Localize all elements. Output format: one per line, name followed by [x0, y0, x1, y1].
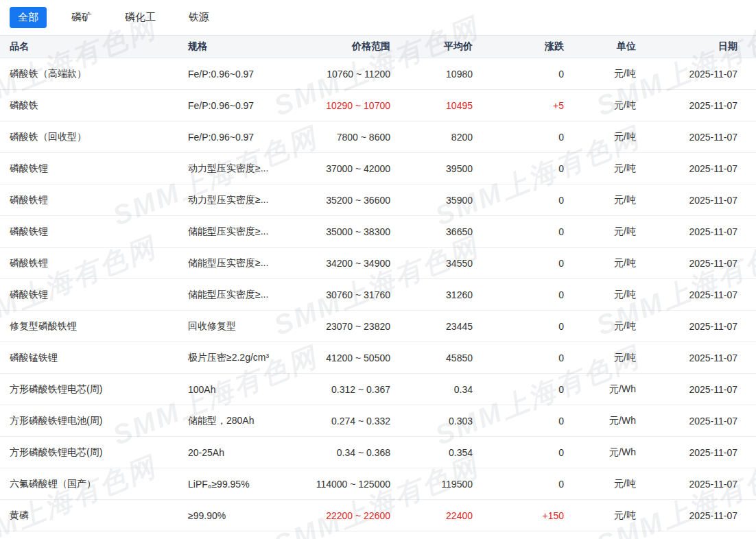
cell-change: +150: [473, 500, 564, 531]
cell-change: 0: [473, 58, 564, 90]
table-row[interactable]: 六氟磷酸锂（国产）LiPF₆≥99.95%114000 ~ 1250001195…: [0, 468, 756, 500]
cell-unit: 元/吨: [564, 279, 636, 311]
cell-unit: 元/吨: [564, 342, 636, 374]
column-header-unit: 单位: [564, 36, 636, 58]
cell-name: 方形磷酸铁锂电芯(周): [0, 437, 188, 468]
cell-date: 2025-11-07: [636, 248, 756, 279]
cell-spec: 20-25Ah: [188, 437, 313, 468]
cell-spec: 100Ah: [188, 374, 313, 405]
cell-date: 2025-11-07: [636, 90, 756, 121]
cell-spec: 动力型压实密度≥...: [188, 153, 313, 184]
cell-change: 0: [473, 311, 564, 342]
cell-range: 41200 ~ 50500: [313, 342, 390, 374]
table-row[interactable]: 黄磷≥99.90%22200 ~ 2260022400+150元/吨2025-1…: [0, 500, 756, 531]
cell-range: 0.34 ~ 0.368: [313, 437, 390, 468]
price-table-header: 品名规格价格范围平均价涨跌单位日期: [0, 36, 756, 58]
cell-avg: 39500: [390, 153, 473, 184]
cell-unit: 元/吨: [564, 311, 636, 342]
cell-spec: Fe/P:0.96~0.97: [188, 58, 313, 90]
tab-3[interactable]: 铁源: [180, 7, 217, 28]
cell-change: 0: [473, 342, 564, 374]
cell-spec: 储能型，280Ah: [188, 405, 313, 437]
table-row[interactable]: 方形磷酸铁锂电芯(周)100Ah0.312 ~ 0.3670.340元/Wh20…: [0, 374, 756, 405]
tab-1[interactable]: 磷矿: [63, 7, 100, 28]
cell-name: 方形磷酸铁锂电池(周): [0, 405, 188, 437]
tab-2[interactable]: 磷化工: [117, 7, 164, 28]
cell-change: 0: [473, 216, 564, 248]
tab-0[interactable]: 全部: [10, 7, 47, 28]
cell-date: 2025-11-07: [636, 216, 756, 248]
table-row[interactable]: 磷酸铁锂储能型压实密度≥...34200 ~ 34900345500元/吨202…: [0, 248, 756, 279]
cell-unit: 元/吨: [564, 121, 636, 153]
table-row[interactable]: 磷酸铁锂动力型压实密度≥...37000 ~ 42000395000元/吨202…: [0, 153, 756, 184]
cell-avg: 22400: [390, 500, 473, 531]
cell-name: 黄磷: [0, 500, 188, 531]
cell-date: 2025-11-07: [636, 405, 756, 437]
table-row[interactable]: 磷酸铁锂储能型压实密度≥...30760 ~ 31760312600元/吨202…: [0, 279, 756, 311]
table-row[interactable]: 方形磷酸铁锂电池(周)储能型，280Ah0.274 ~ 0.3320.3030元…: [0, 405, 756, 437]
cell-range: 34200 ~ 34900: [313, 248, 390, 279]
category-tabs: 全部磷矿磷化工铁源: [0, 0, 756, 35]
column-header-change: 涨跌: [473, 36, 564, 58]
cell-spec: ≥99.90%: [188, 500, 313, 531]
table-row[interactable]: 磷酸铁（回收型）Fe/P:0.96~0.977800 ~ 860082000元/…: [0, 121, 756, 153]
cell-name: 磷酸铁锂: [0, 248, 188, 279]
cell-avg: 35900: [390, 184, 473, 216]
cell-range: 23070 ~ 23820: [313, 311, 390, 342]
cell-unit: 元/吨: [564, 58, 636, 90]
cell-unit: 元/吨: [564, 153, 636, 184]
cell-name: 磷酸铁锂: [0, 153, 188, 184]
price-table: 品名规格价格范围平均价涨跌单位日期 磷酸铁（高端款）Fe/P:0.96~0.97…: [0, 35, 756, 531]
cell-name: 磷酸锰铁锂: [0, 342, 188, 374]
cell-name: 六氟磷酸锂（国产）: [0, 468, 188, 500]
cell-avg: 8200: [390, 121, 473, 153]
cell-spec: 回收修复型: [188, 311, 313, 342]
cell-change: 0: [473, 184, 564, 216]
cell-range: 0.312 ~ 0.367: [313, 374, 390, 405]
table-row[interactable]: 磷酸铁Fe/P:0.96~0.9710290 ~ 1070010495+5元/吨…: [0, 90, 756, 121]
column-header-name: 品名: [0, 36, 188, 58]
cell-name: 磷酸铁（回收型）: [0, 121, 188, 153]
cell-spec: 储能型压实密度≥...: [188, 248, 313, 279]
table-row[interactable]: 磷酸铁（高端款）Fe/P:0.96~0.9710760 ~ 1120010980…: [0, 58, 756, 90]
cell-date: 2025-11-07: [636, 153, 756, 184]
cell-spec: LiPF₆≥99.95%: [188, 468, 313, 500]
cell-change: 0: [473, 374, 564, 405]
cell-unit: 元/吨: [564, 216, 636, 248]
cell-unit: 元/吨: [564, 500, 636, 531]
cell-avg: 31260: [390, 279, 473, 311]
cell-spec: 储能型压实密度≥...: [188, 216, 313, 248]
cell-avg: 0.354: [390, 437, 473, 468]
cell-avg: 0.303: [390, 405, 473, 437]
cell-change: 0: [473, 248, 564, 279]
cell-range: 0.274 ~ 0.332: [313, 405, 390, 437]
cell-range: 22200 ~ 22600: [313, 500, 390, 531]
cell-date: 2025-11-07: [636, 311, 756, 342]
cell-date: 2025-11-07: [636, 437, 756, 468]
column-header-avg: 平均价: [390, 36, 473, 58]
cell-name: 方形磷酸铁锂电芯(周): [0, 374, 188, 405]
cell-range: 10290 ~ 10700: [313, 90, 390, 121]
table-row[interactable]: 方形磷酸铁锂电芯(周)20-25Ah0.34 ~ 0.3680.3540元/Wh…: [0, 437, 756, 468]
column-header-spec: 规格: [188, 36, 313, 58]
cell-avg: 23445: [390, 311, 473, 342]
cell-date: 2025-11-07: [636, 468, 756, 500]
cell-avg: 34550: [390, 248, 473, 279]
cell-avg: 119500: [390, 468, 473, 500]
cell-unit: 元/Wh: [564, 405, 636, 437]
cell-change: 0: [473, 437, 564, 468]
cell-range: 114000 ~ 125000: [313, 468, 390, 500]
cell-range: 35200 ~ 36600: [313, 184, 390, 216]
cell-avg: 10980: [390, 58, 473, 90]
table-row[interactable]: 磷酸铁锂储能型压实密度≥...35000 ~ 38300366500元/吨202…: [0, 216, 756, 248]
column-header-range: 价格范围: [313, 36, 390, 58]
table-row[interactable]: 修复型磷酸铁锂回收修复型23070 ~ 23820234450元/吨2025-1…: [0, 311, 756, 342]
cell-range: 35000 ~ 38300: [313, 216, 390, 248]
cell-spec: 储能型压实密度≥...: [188, 279, 313, 311]
cell-date: 2025-11-07: [636, 342, 756, 374]
table-row[interactable]: 磷酸锰铁锂极片压密≥2.2g/cm³41200 ~ 50500458500元/吨…: [0, 342, 756, 374]
cell-spec: Fe/P:0.96~0.97: [188, 90, 313, 121]
cell-spec: Fe/P:0.96~0.97: [188, 121, 313, 153]
cell-avg: 45850: [390, 342, 473, 374]
table-row[interactable]: 磷酸铁锂动力型压实密度≥...35200 ~ 36600359000元/吨202…: [0, 184, 756, 216]
